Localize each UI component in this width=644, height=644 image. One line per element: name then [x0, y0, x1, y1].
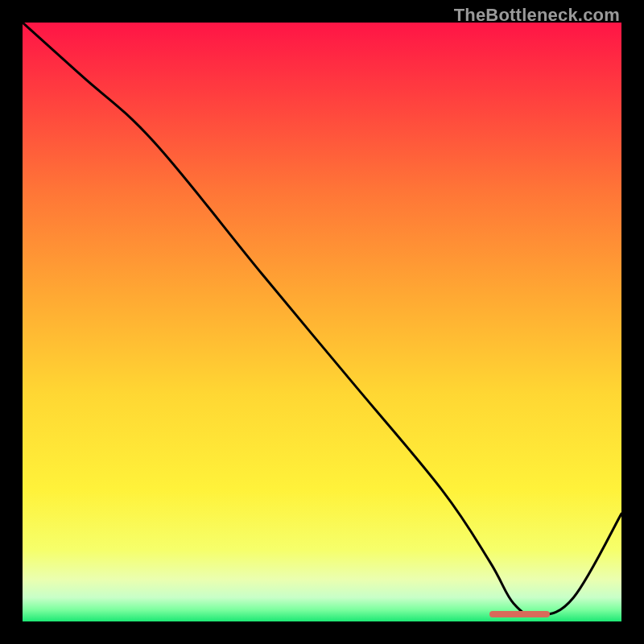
chart-stage: TheBottleneck.com: [0, 0, 644, 644]
curve-layer: [23, 23, 621, 621]
plot-area: [23, 23, 621, 621]
optimal-range-marker: [489, 611, 549, 617]
bottleneck-curve: [23, 23, 621, 616]
